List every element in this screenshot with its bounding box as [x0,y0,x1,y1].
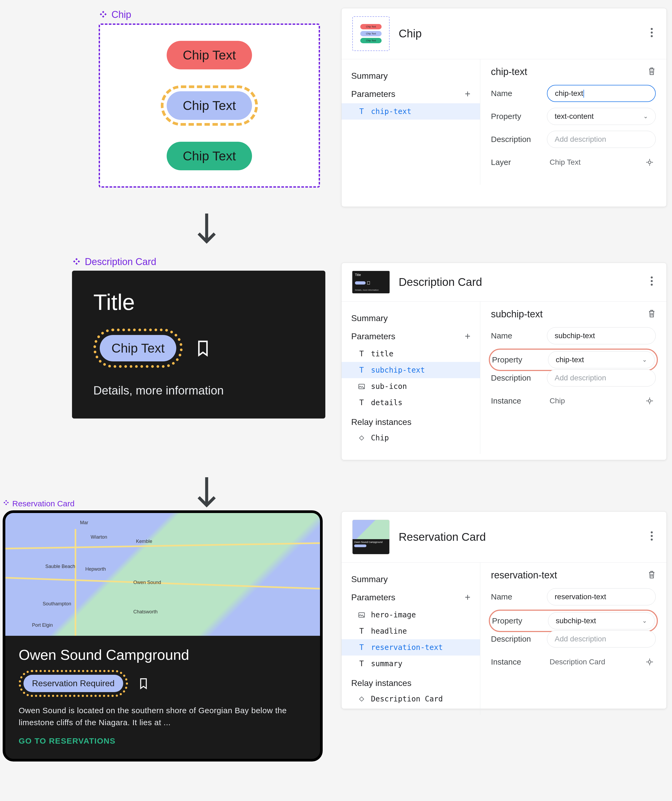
summary-tab[interactable]: Summary [342,571,480,588]
svg-point-11 [651,539,653,541]
res-chip[interactable]: Reservation Required [24,675,123,692]
reservation-card-preview: Reservation Card Mar Wiarton Kemble Saub… [3,499,323,761]
name-label: Name [491,331,542,340]
param-item-summary[interactable]: T summary [342,656,480,672]
go-to-reservations-button[interactable]: GO TO RESERVATIONS [19,737,307,745]
add-parameter-button[interactable]: + [465,592,470,603]
res-component-label: Reservation Card [3,499,323,508]
param-item-sub-icon[interactable]: sub-icon [342,378,480,394]
name-input[interactable]: chip-text [547,85,656,102]
summary-tab[interactable]: Summary [342,310,480,327]
instance-diamond-icon [358,435,366,441]
hero-map-image: Mar Wiarton Kemble Sauble Beach Hepworth… [5,513,320,636]
chip-component-label: Chip [99,9,320,20]
param-item-subchip-text[interactable]: T subchip-text [342,362,480,378]
relay-instances-header: Relay instances [342,411,480,430]
param-item-reservation-text[interactable]: T reservation-text [342,639,480,656]
chip-variant-blue[interactable]: Chip Text [167,91,252,120]
selection-outline: Chip Text [161,85,258,126]
param-item-details[interactable]: T details [342,394,480,411]
parameters-header: Parameters [351,89,395,99]
instance-value: Description Card [547,653,656,671]
description-card-preview: Description Card Title Chip Text Details… [72,256,326,418]
add-parameter-button[interactable]: + [465,331,470,342]
add-parameter-button[interactable]: + [465,88,470,100]
property-label: Property [491,112,542,121]
text-type-icon: T [358,366,366,375]
field-title: reservation-text [491,569,557,581]
param-item-hero-image[interactable]: hero-image [342,607,480,623]
description-card[interactable]: Title Chip Text Details, more informatio… [72,271,326,418]
locate-layer-icon[interactable] [646,658,654,666]
locate-layer-icon[interactable] [646,158,654,166]
instance-diamond-icon [358,696,366,702]
description-input[interactable]: Add description [547,369,656,386]
inspector-panel-reservation-card: Owen Sound Campground Reservation Card S… [341,511,667,709]
description-input[interactable]: Add description [547,631,656,648]
relay-item-chip[interactable]: Chip [342,430,480,446]
relay-item-name: Chip [371,433,389,442]
map-town-label: Chatsworth [133,609,157,615]
parameters-header: Parameters [351,331,395,341]
delete-icon[interactable] [648,309,656,319]
description-label: Description [491,135,542,144]
property-select[interactable]: text-content ⌄ [547,108,656,125]
component-diamond-icon [3,499,10,508]
instance-label: Instance [491,396,542,405]
component-thumbnail: Chip Text Chip Text Chip Text [352,16,390,51]
more-vert-icon[interactable] [648,529,656,545]
chip-frame[interactable]: Chip Text Chip Text Chip Text [99,24,320,188]
component-thumbnail: Owen Sound Campground [352,520,390,554]
delete-icon[interactable] [648,570,656,580]
param-name: summary [371,659,403,668]
inspector-panel-description-card: Title Details, more information Descript… [341,263,667,460]
bookmark-icon[interactable] [196,339,210,357]
svg-point-5 [651,280,653,282]
property-select[interactable]: chip-text ⌄ [548,351,655,368]
chip-preview: Chip Chip Text Chip Text Chip Text [99,9,320,188]
res-summary: Owen Sound is located on the southern sh… [19,704,307,729]
layer-label: Layer [491,158,542,167]
param-name: subchip-text [371,366,425,375]
reservation-card[interactable]: Mar Wiarton Kemble Sauble Beach Hepworth… [3,510,323,761]
arrow-down-icon [195,211,219,255]
chip-variant-red[interactable]: Chip Text [167,41,252,69]
component-thumbnail: Title Details, more information [352,271,390,293]
property-select[interactable]: subchip-text ⌄ [548,612,655,629]
param-item-title[interactable]: T title [342,346,480,362]
name-input[interactable]: subchip-text [547,327,656,344]
description-label: Description [491,373,542,383]
param-item-chip-text[interactable]: T chip-text [342,103,480,119]
bookmark-icon[interactable] [139,677,148,690]
res-label-text: Reservation Card [12,499,74,508]
svg-point-6 [651,284,653,286]
svg-point-13 [648,661,651,663]
param-name: hero-image [371,610,416,619]
instance-value: Chip [547,392,656,409]
svg-point-10 [651,535,653,537]
delete-icon[interactable] [648,67,656,77]
name-input[interactable]: reservation-text [547,588,656,605]
relay-item-description-card[interactable]: Description Card [342,691,480,707]
chevron-down-icon: ⌄ [642,618,647,624]
text-type-icon: T [358,643,366,652]
summary-tab[interactable]: Summary [342,67,480,85]
inspector-panel-chip: Chip Text Chip Text Chip Text Chip Summa… [341,8,667,207]
text-type-icon: T [358,349,366,358]
desc-details: Details, more information [93,384,304,397]
description-input[interactable]: Add description [547,131,656,148]
desc-component-label: Description Card [72,256,326,267]
svg-point-8 [648,400,651,402]
panel-title: Description Card [399,276,482,288]
desc-chip[interactable]: Chip Text [100,335,176,361]
more-vert-icon[interactable] [648,273,656,291]
map-town-label: Sauble Beach [45,564,75,569]
panel-title: Chip [399,27,422,40]
property-label: Property [492,355,543,364]
map-town-label: Kemble [136,539,152,544]
param-item-headline[interactable]: T headline [342,623,480,639]
name-label: Name [491,89,542,98]
chip-variant-green[interactable]: Chip Text [167,142,252,170]
more-vert-icon[interactable] [648,25,656,42]
locate-layer-icon[interactable] [646,397,654,405]
